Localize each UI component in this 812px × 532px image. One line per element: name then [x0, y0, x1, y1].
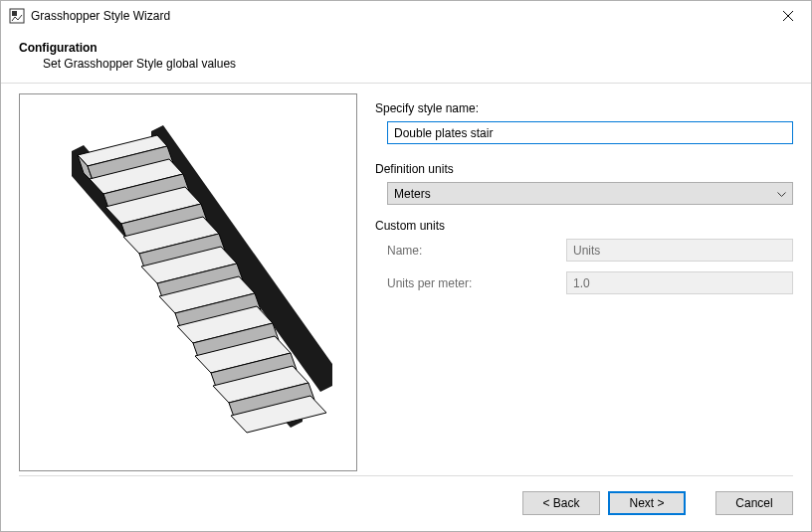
window-title: Grasshopper Style Wizard: [31, 9, 765, 23]
back-button-label: < Back: [542, 496, 579, 510]
custom-name-row: Name:: [387, 239, 793, 262]
page-subheading: Set Grasshopper Style global values: [19, 57, 793, 71]
wizard-window: Grasshopper Style Wizard Configuration S…: [0, 0, 812, 532]
custom-upm-row: Units per meter:: [387, 271, 793, 294]
custom-name-label: Name:: [387, 244, 566, 258]
close-icon: [783, 11, 793, 21]
next-button[interactable]: Next >: [608, 491, 686, 515]
definition-units-label: Definition units: [375, 162, 793, 176]
wizard-footer: < Back Next > Cancel: [1, 475, 811, 531]
app-icon: [9, 8, 25, 24]
custom-name-input: [566, 239, 793, 262]
form-pane: Specify style name: Definition units Met…: [375, 93, 793, 475]
cancel-button-label: Cancel: [735, 496, 772, 510]
preview-pane: [19, 93, 357, 471]
custom-upm-label: Units per meter:: [387, 276, 566, 290]
chevron-down-icon: [777, 187, 786, 201]
custom-upm-input: [566, 271, 793, 294]
cancel-button[interactable]: Cancel: [715, 491, 793, 515]
page-heading: Configuration: [19, 41, 793, 55]
back-button[interactable]: < Back: [522, 491, 600, 515]
wizard-body: Specify style name: Definition units Met…: [1, 84, 811, 475]
stair-preview-icon: [34, 113, 342, 451]
next-button-label: Next >: [629, 496, 664, 510]
wizard-header: Configuration Set Grasshopper Style glob…: [1, 31, 811, 83]
svg-rect-1: [12, 11, 17, 16]
definition-units-select[interactable]: Meters: [387, 182, 793, 205]
close-button[interactable]: [765, 1, 811, 31]
definition-units-value: Meters: [394, 187, 431, 201]
titlebar: Grasshopper Style Wizard: [1, 1, 811, 31]
style-name-label: Specify style name:: [375, 101, 793, 115]
style-name-input[interactable]: [387, 121, 793, 144]
custom-units-label: Custom units: [375, 219, 793, 233]
